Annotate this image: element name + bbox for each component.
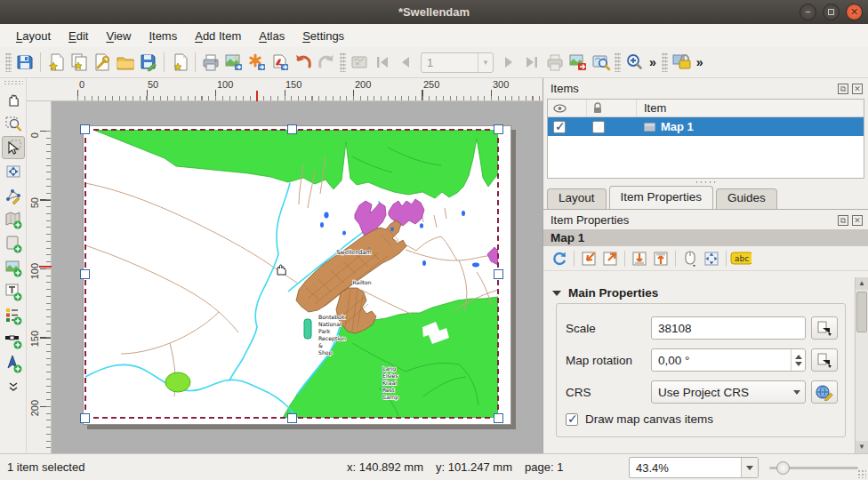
atlas-first-feature-button[interactable] — [371, 51, 394, 74]
scale-data-defined-button[interactable] — [811, 316, 838, 340]
resize-handle-e[interactable] — [494, 269, 503, 279]
menu-layout[interactable]: Layout — [7, 27, 60, 45]
select-move-item-tool-button[interactable] — [2, 136, 25, 159]
set-map-extent-to-canvas-button[interactable] — [578, 248, 599, 269]
open-layout-button[interactable] — [114, 51, 137, 74]
menu-items[interactable]: Items — [140, 27, 186, 45]
save-as-template-button[interactable] — [137, 51, 160, 74]
properties-scrollbar[interactable]: ▲ ▼ — [855, 277, 868, 453]
print-button[interactable] — [199, 51, 222, 74]
duplicate-layout-button[interactable] — [68, 51, 91, 74]
export-pdf-button[interactable] — [269, 51, 292, 74]
close-panel-icon[interactable]: ✕ — [852, 215, 863, 226]
add-shape-button[interactable] — [2, 232, 25, 255]
atlas-next-feature-button[interactable] — [497, 51, 520, 74]
vertical-ruler[interactable]: 0 50 100 150 200 — [27, 101, 52, 453]
set-map-scale-from-canvas-button[interactable] — [629, 248, 650, 269]
zoom-in-button[interactable] — [623, 51, 646, 74]
minimize-button[interactable]: − — [800, 4, 816, 20]
main-properties-section-header[interactable]: Main Properties — [543, 284, 855, 303]
tab-item-properties[interactable]: Item Properties — [609, 186, 714, 209]
new-layout-button[interactable] — [44, 51, 68, 74]
zoom-tool-button[interactable] — [2, 112, 25, 135]
toolbar-overflow-button[interactable]: » — [646, 55, 660, 69]
zoom-slider[interactable] — [769, 467, 858, 469]
rotation-data-defined-button[interactable] — [811, 348, 838, 372]
map-rotation-spinbox[interactable]: 0,00 ° — [651, 348, 806, 372]
tab-guides[interactable]: Guides — [716, 188, 777, 209]
resize-handle-nw[interactable] — [80, 124, 90, 134]
atlas-settings-button[interactable] — [590, 51, 613, 74]
float-panel-icon[interactable]: ⧉ — [838, 215, 848, 226]
move-map-content-button[interactable] — [701, 248, 722, 269]
lock-items-button[interactable] — [670, 51, 693, 74]
export-atlas-button[interactable] — [567, 51, 590, 74]
pan-tool-button[interactable] — [2, 88, 25, 111]
maximize-button[interactable] — [823, 4, 840, 20]
scale-input[interactable]: 38108 — [651, 316, 806, 340]
move-item-content-tool-button[interactable] — [2, 160, 25, 183]
toolbar-drag-handle[interactable] — [662, 52, 668, 72]
toolbar-drag-handle[interactable] — [5, 52, 12, 72]
draw-canvas-items-checkbox[interactable] — [566, 413, 578, 426]
select-crs-button[interactable] — [811, 380, 838, 404]
add-scalebar-button[interactable] — [2, 328, 25, 351]
toolbar-overflow-button[interactable]: » — [693, 55, 707, 69]
add-north-arrow-button[interactable] — [2, 352, 25, 375]
float-panel-icon[interactable]: ⧉ — [838, 84, 848, 94]
atlas-page-combo[interactable]: 1 ▾ — [421, 52, 494, 73]
scrollbar-thumb[interactable] — [856, 292, 867, 332]
close-button[interactable]: ✕ — [846, 4, 863, 20]
menu-settings[interactable]: Settings — [293, 27, 353, 45]
resize-handle-ne[interactable] — [494, 124, 503, 134]
map-item[interactable]: Swellendam Railton Bontebok National Par… — [85, 130, 498, 418]
toolbox-overflow-button[interactable] — [2, 376, 25, 399]
redo-button[interactable] — [315, 51, 338, 74]
labeling-settings-button[interactable]: abc — [730, 248, 751, 269]
visibility-checkbox[interactable] — [553, 121, 566, 133]
resize-grip[interactable] — [857, 469, 866, 478]
add-items-from-template-button[interactable] — [168, 51, 191, 74]
lock-checkbox[interactable] — [592, 121, 605, 133]
zoom-level-combo[interactable]: 43.4% — [629, 457, 759, 478]
resize-handle-sw[interactable] — [80, 413, 90, 423]
horizontal-ruler[interactable]: 0 50 100 150 200 250 300 — [27, 78, 542, 101]
menu-add-item[interactable]: Add Item — [186, 27, 250, 45]
add-label-button[interactable] — [2, 280, 25, 303]
export-svg-button[interactable] — [245, 51, 269, 74]
scroll-up-icon[interactable]: ▲ — [856, 277, 868, 290]
view-extent-in-canvas-button[interactable] — [599, 248, 621, 269]
layout-canvas[interactable]: Swellendam Railton Bontebok National Par… — [52, 101, 542, 453]
set-canvas-scale-from-map-button[interactable] — [650, 248, 671, 269]
menu-view[interactable]: View — [97, 27, 140, 45]
toolbar-drag-handle[interactable] — [340, 52, 346, 72]
toolbar-drag-handle[interactable] — [615, 52, 621, 72]
layout-manager-button[interactable] — [91, 51, 114, 74]
undo-button[interactable] — [292, 51, 315, 74]
atlas-previous-feature-button[interactable] — [394, 51, 417, 74]
menu-edit[interactable]: Edit — [60, 27, 97, 45]
add-legend-button[interactable] — [2, 304, 25, 327]
export-image-button[interactable] — [222, 51, 245, 74]
layout-page[interactable]: Swellendam Railton Bontebok National Par… — [83, 125, 511, 425]
add-picture-button[interactable] — [2, 256, 25, 279]
scroll-down-icon[interactable]: ▼ — [856, 441, 868, 453]
interactive-extent-edit-button[interactable] — [679, 248, 701, 269]
menu-atlas[interactable]: Atlas — [250, 27, 293, 45]
atlas-preview-button[interactable] — [348, 51, 371, 74]
items-table-row[interactable]: Map 1 — [548, 117, 864, 136]
add-map-button[interactable] — [2, 208, 25, 231]
resize-handle-w[interactable] — [80, 269, 90, 279]
resize-handle-se[interactable] — [494, 413, 503, 423]
resize-handle-n[interactable] — [287, 124, 297, 134]
close-panel-icon[interactable]: ✕ — [852, 84, 863, 94]
print-atlas-button[interactable] — [543, 51, 567, 74]
draw-canvas-items-row[interactable]: Draw map canvas items — [566, 412, 838, 426]
spinbox-arrows[interactable] — [791, 349, 805, 371]
tab-layout[interactable]: Layout — [547, 188, 607, 209]
zoom-slider-handle[interactable] — [776, 461, 790, 475]
toolbar-drag-handle[interactable] — [4, 80, 23, 85]
resize-handle-s[interactable] — [287, 413, 297, 423]
edit-nodes-tool-button[interactable] — [2, 184, 25, 207]
refresh-map-button[interactable] — [549, 248, 570, 269]
